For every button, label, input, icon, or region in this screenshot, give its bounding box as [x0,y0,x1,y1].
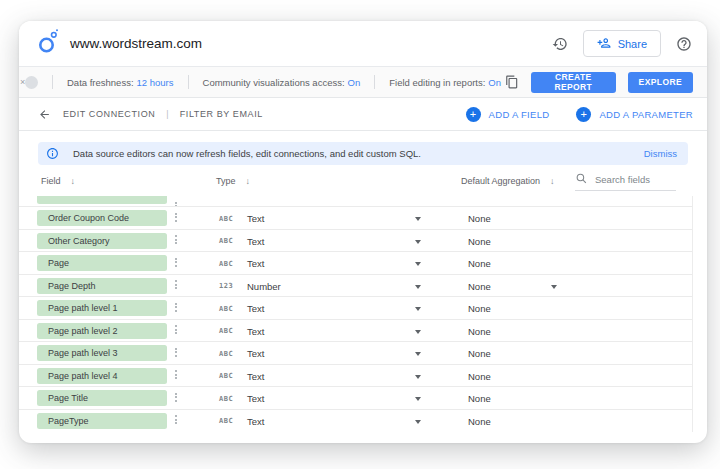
more-options-icon[interactable] [175,348,177,357]
more-options-icon[interactable] [175,235,177,244]
page-title-url: www.wordstream.com [70,36,202,51]
type-dropdown-icon[interactable] [415,420,421,424]
more-options-icon[interactable] [175,393,177,402]
clipped-close-icon: × [20,77,25,87]
toolbar-divider [52,75,53,89]
field-chip[interactable]: Page path level 3 [37,345,167,361]
type-dropdown-icon[interactable] [415,397,421,401]
filter-by-email-button[interactable]: FILTER BY EMAIL [180,109,263,119]
dismiss-button[interactable]: Dismiss [644,148,677,159]
aggregation-value[interactable]: None [468,371,491,382]
back-arrow-icon[interactable] [38,108,51,121]
table-row: Page path level 2ABCTextNone [19,320,692,343]
sort-down-icon[interactable]: ↓ [550,176,555,186]
type-value[interactable]: Text [247,416,264,427]
toolbar-divider [374,75,375,89]
type-value[interactable]: Text [247,371,264,382]
aggregation-dropdown-icon[interactable] [551,285,557,289]
clipped-avatar-chip [25,76,38,89]
more-options-icon[interactable] [175,303,177,312]
type-dropdown-icon[interactable] [415,330,421,334]
field-chip[interactable]: Page path level 2 [37,323,167,339]
edit-connection-button[interactable]: EDIT CONNECTION [63,109,155,119]
more-options-icon[interactable] [175,280,177,289]
sort-down-icon[interactable]: ↓ [71,176,76,186]
type-value[interactable]: Number [247,281,281,292]
type-value[interactable]: Text [247,393,264,404]
share-button[interactable]: Share [583,30,661,57]
sort-down-icon[interactable]: ↓ [246,176,251,186]
type-text-icon: ABC [219,350,233,358]
more-options-icon[interactable] [175,258,177,267]
aggregation-value[interactable]: None [468,348,491,359]
field-chip[interactable]: PageType [37,413,167,429]
field-chip[interactable]: Other Category [37,233,167,249]
more-options-icon[interactable] [175,370,177,379]
share-button-label: Share [618,38,647,50]
table-row: PageABCTextNone [19,252,692,275]
setting-item[interactable]: Field editing in reports:On [389,77,501,88]
help-icon[interactable] [676,36,692,52]
type-text-icon: ABC [219,327,233,335]
type-value[interactable]: Text [247,258,264,269]
type-value[interactable]: Text [247,348,264,359]
type-dropdown-icon[interactable] [415,375,421,379]
plus-icon: + [466,107,481,122]
type-dropdown-icon[interactable] [415,240,421,244]
setting-value[interactable]: On [348,77,361,88]
field-chip[interactable]: Page [37,255,167,271]
aggregation-value[interactable]: None [468,258,491,269]
setting-value[interactable]: On [488,77,501,88]
type-column-header[interactable]: Type [216,176,236,186]
add-a-field-label: ADD A FIELD [489,109,550,120]
type-text-icon: ABC [219,372,233,380]
table-row: Page Depth123NumberNone [19,275,692,298]
type-dropdown-icon[interactable] [415,352,421,356]
browser-header: www.wordstream.com Share [19,21,707,67]
explore-button[interactable]: EXPLORE [628,72,693,93]
add-a-field-button[interactable]: + ADD A FIELD [466,107,550,122]
type-dropdown-icon[interactable] [415,217,421,221]
field-column-header[interactable]: Field [41,176,61,186]
create-report-button[interactable]: CREATE REPORT [531,72,616,93]
table-row: Page path level 1ABCTextNone [19,297,692,320]
type-value[interactable]: Text [247,213,264,224]
aggregation-value[interactable]: None [468,326,491,337]
search-icon [575,171,588,189]
version-history-icon[interactable] [552,36,568,52]
banner-message: Data source editors can now refresh fiel… [73,148,421,159]
setting-label: Community visualizations access: [203,77,345,88]
search-fields-input[interactable] [595,174,673,185]
table-row: Other CategoryABCTextNone [19,230,692,253]
type-dropdown-icon[interactable] [415,307,421,311]
field-chip-clipped[interactable] [37,196,167,204]
type-value[interactable]: Text [247,326,264,337]
table-row: PageTypeABCTextNone [19,410,692,433]
more-options-icon[interactable] [175,213,177,222]
aggregation-value[interactable]: None [468,393,491,404]
field-chip[interactable]: Page Title [37,390,167,406]
field-chip[interactable]: Order Coupon Code [37,210,167,226]
add-a-parameter-button[interactable]: + ADD A PARAMETER [576,107,693,122]
setting-label: Data freshness: [67,77,134,88]
more-options-icon[interactable] [175,325,177,334]
type-dropdown-icon[interactable] [415,285,421,289]
copy-icon[interactable] [505,75,519,89]
aggregation-value[interactable]: None [468,281,491,292]
setting-item[interactable]: Community visualizations access:On [203,77,361,88]
aggregation-column-header[interactable]: Default Aggregation [461,176,540,186]
aggregation-value[interactable]: None [468,213,491,224]
more-options-icon[interactable] [175,415,177,424]
type-text-icon: ABC [219,215,233,223]
setting-item[interactable]: Data freshness:12 hours [67,77,174,88]
type-value[interactable]: Text [247,236,264,247]
aggregation-value[interactable]: None [468,236,491,247]
aggregation-value[interactable]: None [468,303,491,314]
type-dropdown-icon[interactable] [415,262,421,266]
type-value[interactable]: Text [247,303,264,314]
field-chip[interactable]: Page Depth [37,278,167,294]
aggregation-value[interactable]: None [468,416,491,427]
field-chip[interactable]: Page path level 1 [37,300,167,316]
setting-value[interactable]: 12 hours [137,77,174,88]
field-chip[interactable]: Page path level 4 [37,368,167,384]
